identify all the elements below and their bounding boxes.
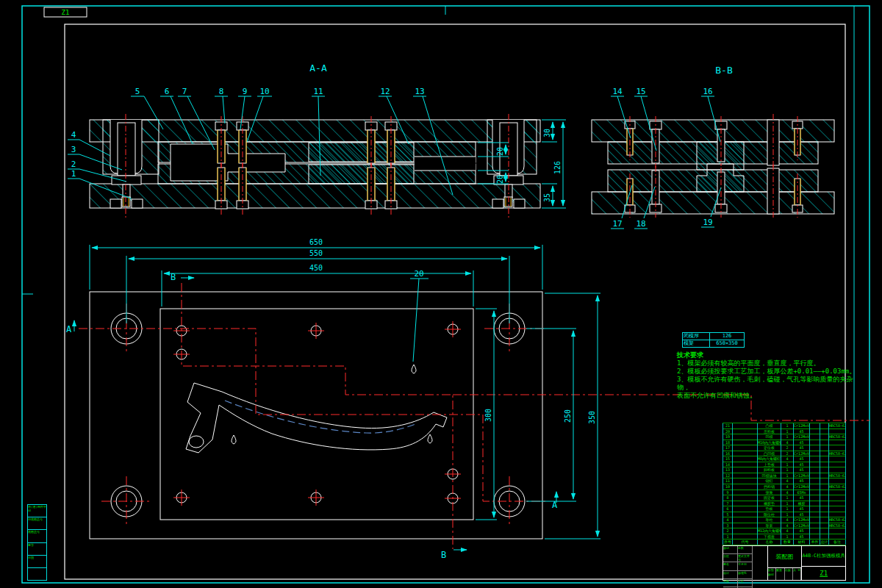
bom-cell: Cr12MoV <box>794 523 810 528</box>
bom-cell <box>810 434 820 440</box>
svg-text:7: 7 <box>182 87 187 96</box>
bom-cell <box>810 528 820 534</box>
dim-20-lower: 20 <box>496 175 504 184</box>
bom-cell <box>733 490 758 495</box>
dim-650: 650 <box>309 238 323 246</box>
bom-cell <box>810 490 820 495</box>
bom-cell <box>810 451 820 456</box>
info-label: 闭模厚 <box>683 333 710 340</box>
bom-cell: 18 <box>723 440 733 445</box>
bom-cell: 固定板 <box>758 495 781 501</box>
bom-cell <box>820 495 829 501</box>
bom-cell: 导柱 <box>758 517 781 523</box>
bom-row: 20压料板145 <box>723 429 846 434</box>
bom-cell <box>820 484 829 490</box>
bom-cell: 1 <box>781 501 794 506</box>
title-block: 标记处数分区更改文件号签名年月日设计标准化审核工艺批准日期 装配图 阶段标记重量… <box>723 545 846 581</box>
die-info-table: 闭模厚126 模架650×350 <box>682 332 745 348</box>
bom-cell <box>820 478 829 484</box>
bom-row: 10挡料销4Cr12MoVHRC58~62 <box>723 484 846 490</box>
bom-cell <box>733 429 758 434</box>
section-mark-b-bottom: B <box>441 550 446 560</box>
bom-cell: 20 <box>723 429 733 434</box>
bom-cell: HRC58~62 <box>829 517 846 523</box>
bom-cell: 1 <box>781 534 794 539</box>
title-block-field: 分区 <box>723 554 738 562</box>
dim-450: 450 <box>309 264 323 272</box>
bom-cell: 4 <box>781 440 794 445</box>
bom-cell: M12内六角螺钉 <box>758 528 781 534</box>
bom-cell: 1 <box>781 462 794 467</box>
bom-cell: 14 <box>723 462 733 467</box>
title-block-field: 处数 <box>738 546 753 554</box>
dim-30: 30 <box>543 129 551 137</box>
bom-cell <box>810 478 820 484</box>
bom-row: 19凹模1Cr12MoVHRC58~62 <box>723 434 846 440</box>
bom-cell <box>820 434 829 440</box>
dim-350: 350 <box>588 411 596 424</box>
border-strip-cell: 日期 <box>28 556 46 568</box>
section-view-bb: B-B <box>592 65 834 229</box>
bom-cell <box>820 528 829 534</box>
title-block-cell: 比例 <box>785 568 793 580</box>
border-strip-cell: 底图总号 <box>28 530 46 542</box>
info-label: 模架 <box>683 340 710 347</box>
bom-cell <box>829 534 846 539</box>
bom-cell <box>829 456 846 462</box>
bom-cell: 2 <box>781 445 794 451</box>
svg-text:9: 9 <box>243 87 248 96</box>
aa-guide-pillar-right <box>492 114 525 218</box>
bom-cell: 10 <box>723 484 733 490</box>
title-block-field: 设计 <box>723 571 738 579</box>
bom-cell: 下模座 <box>758 534 781 539</box>
bom-cell <box>820 445 829 451</box>
bom-cell: 4 <box>781 456 794 462</box>
bom-cell: 17 <box>723 445 733 451</box>
bom-cell: 45 <box>794 462 810 467</box>
bom-cell: Cr12MoV <box>794 517 810 523</box>
bom-cell: 45 <box>794 495 810 501</box>
info-value: 126 <box>710 333 744 340</box>
svg-text:16: 16 <box>703 87 712 96</box>
svg-text:4: 4 <box>71 130 76 140</box>
bom-cell: 凸模 <box>758 423 781 429</box>
bom-row: 12凹模镶块1Cr12MoVHRC58~62 <box>723 473 846 478</box>
bom-cell: 弹簧 <box>758 490 781 495</box>
bom-cell <box>810 445 820 451</box>
title-block-cell: 重量 <box>776 568 784 580</box>
bom-cell <box>820 506 829 512</box>
bom-cell: 15 <box>723 456 733 462</box>
svg-text:12: 12 <box>380 87 390 96</box>
svg-text:17: 17 <box>612 219 622 229</box>
border-strip-cell: 旧底图总号 <box>28 517 46 530</box>
bom-cell <box>829 495 846 501</box>
svg-text:15: 15 <box>636 87 645 96</box>
bom-cell: 45 <box>794 440 810 445</box>
title-block-field: 更改文件号 <box>738 554 753 562</box>
bom-cell <box>810 473 820 478</box>
note-line: 1、模架必须有较高的平面度，垂直度，平行度。 <box>677 359 861 368</box>
bom-rows: 21凸模1Cr12MoVHRC58~6220压料板14519凹模1Cr12MoV… <box>723 423 846 539</box>
bom-cell <box>829 478 846 484</box>
section-aa-title: A-A <box>309 62 327 74</box>
bom-cell <box>733 434 758 440</box>
bom-cell: 挡料销 <box>758 484 781 490</box>
dim-550: 550 <box>309 249 323 257</box>
bom-cell <box>829 490 846 495</box>
svg-text:13: 13 <box>415 87 424 96</box>
bom-header-row: 序号代号 名称数量 材料单件 总计备注 <box>723 539 846 545</box>
bom-cell: 13 <box>723 467 733 473</box>
bom-cell: 2 <box>723 528 733 534</box>
bom-cell <box>810 534 820 539</box>
title-block-field: 工艺 <box>738 579 753 587</box>
bom-row: 17定位板245 <box>723 445 846 451</box>
bom-cell <box>810 512 820 517</box>
svg-text:3: 3 <box>71 145 76 154</box>
bom-cell <box>829 445 846 451</box>
title-block-fields: 标记处数分区更改文件号签名年月日设计标准化审核工艺批准日期 <box>723 546 768 580</box>
bom-cell: 12 <box>723 473 733 478</box>
drawing-title: 装配图 <box>768 546 802 568</box>
bom-cell: 4 <box>781 490 794 495</box>
bom-row: 2M12内六角螺钉445 <box>723 528 846 534</box>
bom-cell <box>733 528 758 534</box>
